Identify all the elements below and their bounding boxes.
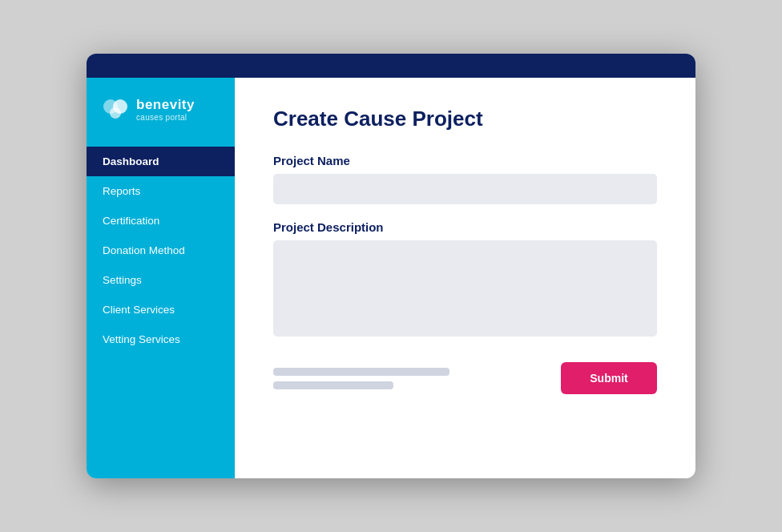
project-name-label: Project Name (273, 154, 657, 167)
project-name-input[interactable] (273, 174, 657, 204)
page-title: Create Cause Project (273, 107, 657, 131)
sidebar-item-settings[interactable]: Settings (87, 265, 235, 295)
logo-text: benevity causes portal (136, 98, 195, 122)
footer-line-2 (273, 381, 393, 389)
window-body: benevity causes portal Dashboard Reports… (87, 78, 695, 478)
sidebar-item-donation-method[interactable]: Donation Method (87, 236, 235, 265)
form-footer: Submit (273, 362, 657, 394)
sidebar-item-certification[interactable]: Certification (87, 206, 235, 236)
svg-point-2 (110, 107, 121, 119)
content-inner: Create Cause Project Project Name Projec… (235, 78, 695, 478)
footer-lines (273, 368, 449, 389)
sidebar-item-reports[interactable]: Reports (87, 176, 235, 206)
sidebar: benevity causes portal Dashboard Reports… (87, 78, 235, 478)
sidebar-item-client-services[interactable]: Client Services (87, 295, 235, 324)
submit-button[interactable]: Submit (561, 362, 657, 394)
project-description-textarea[interactable] (273, 240, 657, 337)
app-subtitle: causes portal (136, 113, 195, 122)
footer-line-1 (273, 368, 449, 376)
top-bar (87, 54, 695, 78)
project-description-label: Project Description (273, 220, 657, 234)
sidebar-item-dashboard[interactable]: Dashboard (87, 147, 235, 176)
logo-icon (101, 95, 130, 124)
logo-area: benevity causes portal (87, 78, 235, 147)
sidebar-item-vetting-services[interactable]: Vetting Services (87, 324, 235, 354)
app-window: benevity causes portal Dashboard Reports… (87, 54, 695, 478)
app-name: benevity (136, 98, 195, 113)
nav-menu: Dashboard Reports Certification Donation… (87, 147, 235, 354)
main-content: Create Cause Project Project Name Projec… (235, 78, 695, 478)
